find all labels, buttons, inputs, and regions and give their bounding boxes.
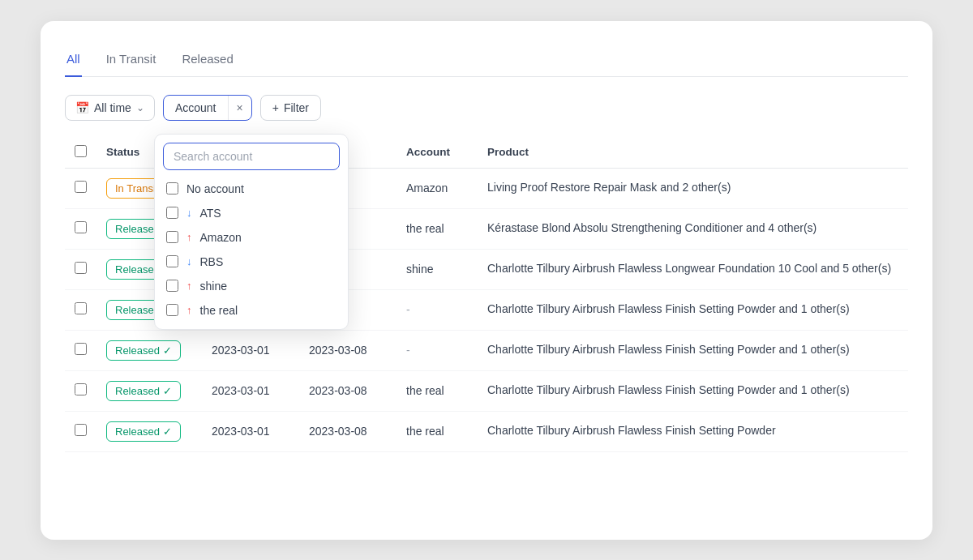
- tab-in-transit[interactable]: In Transit: [105, 45, 158, 77]
- cell-product: Charlotte Tilbury Airbrush Flawless Fini…: [478, 330, 908, 370]
- checkbox-the-real[interactable]: [166, 304, 178, 316]
- table-row: Released ✓2023-03-012023-03-08the realCh…: [65, 370, 908, 411]
- table-row: Released ✓2023-03-012023-03-08-Charlotte…: [65, 330, 908, 370]
- cell-product: Living Proof Restore Repair Mask and 2 o…: [478, 168, 908, 208]
- dropdown-item-rbs[interactable]: ↓ RBS: [155, 250, 348, 274]
- cell-date2: 2023-03-08: [299, 330, 396, 370]
- dropdown-item-ats[interactable]: ↓ ATS: [155, 201, 348, 225]
- table-row: Released ✓2023-03-012023-03-08the realCh…: [65, 411, 908, 451]
- arrow-down-icon-rbs: ↓: [186, 255, 192, 267]
- checkbox-shine[interactable]: [166, 280, 178, 292]
- dropdown-label-no-account: No account: [186, 182, 244, 195]
- col-header-product: Product: [478, 137, 908, 169]
- dropdown-item-the-real[interactable]: ↑ the real: [155, 298, 348, 323]
- cell-product: Charlotte Tilbury Airbrush Flawless Fini…: [478, 411, 908, 451]
- plus-icon: +: [272, 101, 279, 114]
- status-badge: Released ✓: [106, 340, 181, 361]
- col-header-account: Account: [396, 137, 478, 169]
- cell-account: the real: [396, 411, 478, 451]
- date-filter-button[interactable]: 📅 All time ⌄: [65, 95, 155, 121]
- arrow-down-icon-ats: ↓: [186, 207, 192, 219]
- arrow-up-icon-the-real: ↑: [186, 304, 192, 316]
- cell-product: Charlotte Tilbury Airbrush Flawless Long…: [478, 249, 908, 289]
- account-search-input[interactable]: [163, 143, 340, 170]
- main-card: All In Transit Released 📅 All time ⌄ Acc…: [41, 21, 932, 540]
- cell-date1: 2023-03-01: [202, 411, 299, 451]
- cell-account: -: [396, 330, 478, 370]
- row-checkbox-1[interactable]: [75, 221, 87, 233]
- tabs-bar: All In Transit Released: [65, 45, 908, 77]
- cell-date2: 2023-03-08: [299, 411, 396, 451]
- row-checkbox-5[interactable]: [75, 383, 87, 395]
- row-checkbox-0[interactable]: [75, 181, 87, 193]
- cell-date1: 2023-03-01: [202, 330, 299, 370]
- tab-all[interactable]: All: [65, 45, 82, 77]
- select-all-checkbox[interactable]: [75, 145, 87, 157]
- tab-released[interactable]: Released: [180, 45, 234, 77]
- cell-product: Charlotte Tilbury Airbrush Flawless Fini…: [478, 289, 908, 330]
- date-filter-label: All time: [94, 101, 131, 114]
- status-badge: Released ✓: [106, 381, 181, 401]
- filters-row: 📅 All time ⌄ Account × + Filter No accou…: [65, 95, 908, 121]
- dropdown-item-amazon[interactable]: ↑ Amazon: [155, 225, 348, 250]
- dropdown-label-the-real: the real: [200, 304, 238, 317]
- cell-product: Kérastase Blond Absolu Strengthening Con…: [478, 208, 908, 249]
- row-checkbox-4[interactable]: [75, 343, 87, 355]
- cell-date2: 2023-03-08: [299, 370, 396, 411]
- checkbox-amazon[interactable]: [166, 231, 178, 243]
- calendar-icon: 📅: [75, 101, 89, 114]
- row-checkbox-3[interactable]: [75, 302, 87, 314]
- status-badge: Released ✓: [106, 421, 181, 442]
- dropdown-item-shine[interactable]: ↑ shine: [155, 274, 348, 298]
- dropdown-label-rbs: RBS: [200, 255, 224, 268]
- cell-account: the real: [396, 370, 478, 411]
- account-filter-label: Account: [164, 96, 228, 120]
- dropdown-label-ats: ATS: [200, 207, 221, 220]
- arrow-up-icon-shine: ↑: [186, 280, 192, 292]
- checkbox-ats[interactable]: [166, 207, 178, 219]
- row-checkbox-2[interactable]: [75, 262, 87, 274]
- dropdown-label-amazon: Amazon: [200, 231, 242, 244]
- arrow-up-icon-amazon: ↑: [186, 231, 192, 243]
- cell-account: shine: [396, 249, 478, 289]
- cell-product: Charlotte Tilbury Airbrush Flawless Fini…: [478, 370, 908, 411]
- account-dropdown: No account ↓ ATS ↑ Amazon ↓ RBS ↑ shine: [154, 134, 349, 330]
- account-filter-close-icon[interactable]: ×: [228, 96, 251, 120]
- chevron-down-icon: ⌄: [136, 102, 144, 113]
- col-header-check: [65, 137, 96, 169]
- account-filter-button[interactable]: Account ×: [163, 95, 252, 121]
- checkbox-rbs[interactable]: [166, 255, 178, 267]
- dropdown-label-shine: shine: [200, 280, 227, 293]
- checkbox-no-account[interactable]: [166, 182, 178, 195]
- add-filter-button[interactable]: + Filter: [260, 95, 321, 121]
- cell-account: -: [396, 289, 478, 330]
- cell-account: the real: [396, 208, 478, 249]
- cell-account: Amazon: [396, 168, 478, 208]
- dropdown-item-no-account[interactable]: No account: [155, 177, 348, 201]
- add-filter-label: Filter: [284, 101, 309, 114]
- cell-date1: 2023-03-01: [202, 370, 299, 411]
- row-checkbox-6[interactable]: [75, 424, 87, 436]
